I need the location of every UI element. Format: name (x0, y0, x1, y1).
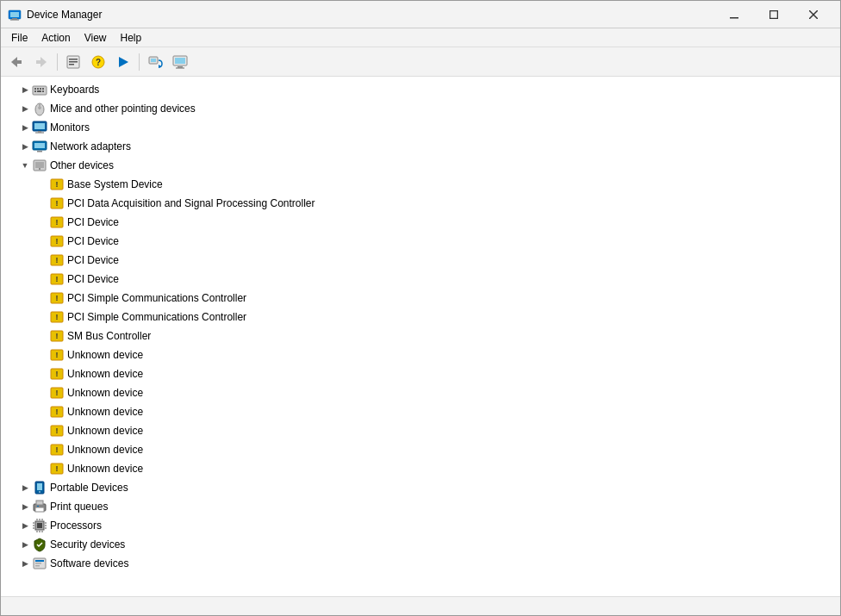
svg-rect-31 (34, 90, 36, 92)
svg-text:!: ! (56, 464, 59, 473)
tree-item-pci-device-3[interactable]: ▶ ! PCI Device (1, 251, 840, 270)
expand-network[interactable]: ▶ (18, 140, 32, 153)
menu-file[interactable]: File (4, 28, 34, 47)
tree-item-pci-simple-1[interactable]: ▶ ! PCI Simple Communications Controller (1, 289, 840, 308)
scan-button[interactable] (143, 51, 167, 73)
device-tree[interactable]: ▶ Keyboards ▶ (1, 77, 840, 596)
display-button[interactable] (168, 51, 192, 73)
tree-item-sm-bus[interactable]: ▶ ! SM Bus Controller (1, 327, 840, 345)
tree-item-pci-data[interactable]: ▶ ! PCI Data Acquisition and Signal Proc… (1, 194, 840, 213)
tree-item-other-devices[interactable]: ▼ Other devices (1, 156, 840, 175)
svg-text:!: ! (56, 256, 59, 264)
expand-software[interactable]: ▶ (18, 557, 32, 570)
monitor-icon (32, 120, 47, 135)
processors-label: Processors (50, 520, 102, 532)
svg-rect-13 (69, 59, 78, 60)
svg-text:!: ! (56, 294, 59, 302)
tree-item-unknown-3[interactable]: ▶ ! Unknown device (1, 383, 840, 402)
portable-icon (32, 480, 47, 495)
svg-rect-23 (175, 58, 185, 64)
svg-rect-25 (176, 67, 184, 68)
processor-icon (32, 518, 47, 533)
expand-other[interactable]: ▼ (18, 159, 32, 172)
tree-item-pci-device-2[interactable]: ▶ ! PCI Device (1, 232, 840, 251)
forward-button[interactable] (29, 51, 53, 73)
tree-item-software-devices[interactable]: ▶ Software devices (1, 554, 840, 573)
tree-item-unknown-6[interactable]: ▶ ! Unknown device (1, 440, 840, 459)
svg-marker-18 (119, 57, 128, 67)
expand-portable[interactable]: ▶ (18, 481, 32, 495)
tree-item-unknown-2[interactable]: ▶ ! Unknown device (1, 364, 840, 383)
unknown-1-icon: ! (49, 347, 65, 363)
device-manager-window: Device Manager File Action View Help (0, 0, 841, 616)
svg-rect-32 (37, 90, 41, 92)
tree-item-unknown-4[interactable]: ▶ ! Unknown device (1, 402, 840, 421)
keyboard-icon (32, 82, 47, 97)
tree-item-pci-device-1[interactable]: ▶ ! PCI Device (1, 213, 840, 232)
run-button[interactable] (111, 51, 135, 73)
pci-simple-2-icon: ! (49, 309, 65, 325)
tree-item-unknown-7[interactable]: ▶ ! Unknown device (1, 459, 840, 478)
pci-device-4-icon: ! (49, 271, 65, 287)
network-label: Network adapters (50, 140, 131, 152)
svg-rect-9 (17, 60, 22, 64)
expand-print-queues[interactable]: ▶ (18, 500, 32, 513)
svg-rect-24 (178, 66, 183, 68)
svg-text:?: ? (96, 58, 101, 67)
content-area: ▶ Keyboards ▶ (1, 77, 840, 596)
tree-item-network[interactable]: ▶ Network adapters (1, 137, 840, 156)
unknown-5-label: Unknown device (67, 425, 143, 437)
tree-item-portable[interactable]: ▶ Portable Devices (1, 478, 840, 497)
svg-rect-28 (37, 88, 39, 90)
expand-processors[interactable]: ▶ (18, 519, 32, 532)
close-button[interactable] (794, 1, 833, 28)
other-devices-label: Other devices (50, 159, 114, 171)
portable-label: Portable Devices (50, 482, 128, 494)
svg-text:!: ! (56, 426, 59, 435)
expand-monitors[interactable]: ▶ (18, 121, 32, 134)
pci-device-2-icon: ! (49, 233, 65, 249)
tree-item-pci-simple-2[interactable]: ▶ ! PCI Simple Communications Controller (1, 308, 840, 327)
properties-button[interactable] (61, 51, 85, 73)
tree-item-base-system[interactable]: ▶ ! Base System Device (1, 175, 840, 194)
other-devices-icon (32, 158, 47, 173)
tree-item-security[interactable]: ▶ Security devices (1, 535, 840, 554)
expand-security[interactable]: ▶ (18, 538, 32, 551)
svg-text:!: ! (56, 218, 59, 227)
tree-item-processors[interactable]: ▶ (1, 516, 840, 535)
expand-keyboards[interactable]: ▶ (18, 83, 32, 96)
tree-item-unknown-5[interactable]: ▶ ! Unknown device (1, 421, 840, 440)
tree-item-unknown-1[interactable]: ▶ ! Unknown device (1, 345, 840, 364)
window-controls (714, 1, 833, 28)
monitors-label: Monitors (50, 121, 90, 134)
svg-rect-102 (35, 563, 41, 564)
svg-rect-1 (10, 12, 19, 17)
svg-rect-80 (37, 483, 42, 490)
svg-rect-87 (37, 523, 42, 528)
tree-item-pci-device-4[interactable]: ▶ ! PCI Device (1, 270, 840, 289)
tree-item-keyboards[interactable]: ▶ Keyboards (1, 80, 840, 99)
svg-text:!: ! (56, 408, 59, 416)
svg-text:!: ! (56, 351, 59, 359)
maximize-button[interactable] (754, 1, 794, 28)
svg-marker-10 (40, 57, 47, 67)
svg-rect-40 (35, 133, 44, 134)
svg-rect-83 (36, 501, 43, 505)
minimize-button[interactable] (714, 1, 754, 28)
menu-help[interactable]: Help (114, 28, 149, 47)
help-button[interactable]: ? (86, 51, 110, 73)
security-icon (32, 537, 47, 552)
pci-simple-1-icon: ! (49, 290, 65, 306)
svg-text:!: ! (56, 275, 59, 283)
tree-item-print-queues[interactable]: ▶ Print queues (1, 497, 840, 516)
base-system-label: Base System Device (67, 178, 163, 190)
pci-data-label: PCI Data Acquisition and Signal Processi… (67, 197, 315, 209)
print-queues-label: Print queues (50, 501, 108, 513)
tree-item-monitors[interactable]: ▶ Monitors (1, 118, 840, 137)
back-button[interactable] (4, 51, 28, 73)
unknown-1-label: Unknown device (67, 349, 143, 361)
menu-action[interactable]: Action (34, 28, 77, 47)
tree-item-mice[interactable]: ▶ Mice and other pointing devices (1, 99, 840, 118)
expand-mice[interactable]: ▶ (18, 102, 32, 115)
menu-view[interactable]: View (78, 28, 114, 47)
